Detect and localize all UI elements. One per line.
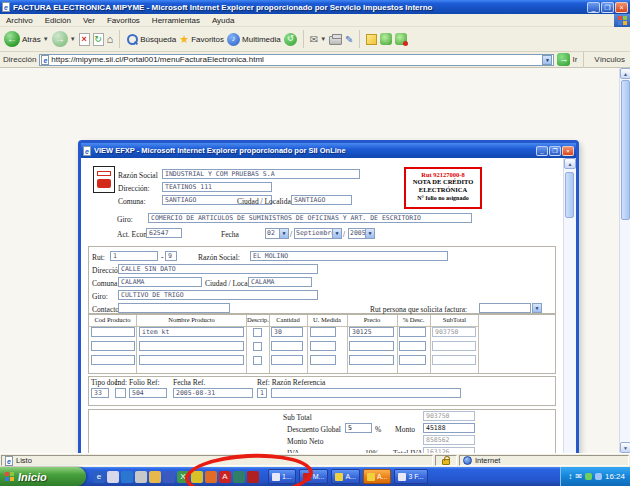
ind-field[interactable] (115, 388, 126, 398)
receptor-rut-field[interactable]: 1 (110, 251, 158, 261)
item-cod-field[interactable] (91, 355, 135, 365)
menu-ver[interactable]: Ver (77, 16, 101, 25)
item-precio-field[interactable] (349, 341, 394, 351)
address-input[interactable]: e https://mipyme.sii.cl/Portal001/menuFa… (39, 54, 554, 66)
fecha-month-select[interactable]: Septiembre ▼ (294, 228, 342, 239)
menu-herramientas[interactable]: Herramientas (146, 16, 206, 25)
messenger-alert-button[interactable] (395, 33, 407, 45)
popup-maximize-button[interactable]: ❐ (549, 146, 561, 156)
scroll-thumb[interactable] (565, 172, 574, 218)
table-grid-line (430, 315, 431, 373)
ref-field[interactable]: 1 (257, 388, 267, 398)
print-button[interactable] (329, 36, 342, 45)
taskbar-window-button[interactable]: A... (363, 469, 392, 484)
start-button[interactable]: Inicio (0, 467, 86, 486)
media-button[interactable]: ♪ Multimedia (227, 33, 281, 46)
item-medida-field[interactable] (310, 327, 336, 337)
item-medida-field[interactable] (310, 341, 336, 351)
item-descrip-checkbox[interactable] (253, 328, 262, 337)
item-descrip-checkbox[interactable] (253, 356, 262, 365)
scroll-thumb[interactable] (621, 80, 630, 220)
item-desc-field[interactable] (399, 327, 426, 337)
emitter-giro-field[interactable]: COMERCIO DE ARTICULOS DE SUMINISTROS DE … (148, 213, 472, 223)
maximize-button[interactable]: ❐ (601, 2, 614, 13)
edit-button[interactable]: ✎ (345, 34, 353, 45)
menu-favoritos[interactable]: Favoritos (101, 16, 146, 25)
rut-solicita-dropdown[interactable]: ▼ (532, 303, 542, 313)
item-cantidad-field[interactable] (271, 341, 303, 351)
quicklaunch-console-icon[interactable] (163, 471, 175, 483)
back-button[interactable]: ← Atrás ▼ (4, 31, 49, 47)
home-button[interactable]: ⌂ (107, 33, 114, 45)
emitter-direccion-field[interactable]: TEATINOS 111 (162, 182, 272, 192)
item-precio-field[interactable]: 30125 (349, 327, 394, 337)
receptor-giro-field[interactable]: CULTIVO DE TRIGO (118, 290, 318, 300)
quicklaunch-notepad-icon[interactable] (135, 471, 147, 483)
item-cod-field[interactable] (91, 341, 135, 351)
safely-remove-icon[interactable]: ↕ (568, 472, 572, 481)
favorites-button[interactable]: ★ Favoritos (179, 33, 224, 46)
contacto-field[interactable] (118, 303, 230, 313)
network-tray-icon[interactable] (595, 473, 602, 480)
descuento-field[interactable]: 5 (345, 423, 372, 433)
fecha-year-select[interactable]: 2005 ▼ (348, 228, 375, 239)
item-nombre-field[interactable] (139, 355, 244, 365)
quicklaunch-folder-icon[interactable] (149, 471, 161, 483)
menu-edicion[interactable]: Edición (39, 16, 77, 25)
receptor-ciudad-field[interactable]: CALAMA (248, 277, 312, 287)
item-desc-field[interactable] (399, 355, 426, 365)
address-dropdown-button[interactable]: ▼ (542, 55, 552, 65)
scroll-down-button[interactable]: ▼ (620, 442, 630, 453)
menu-archivo[interactable]: Archivo (0, 16, 39, 25)
history-button[interactable]: ↺ (284, 33, 297, 46)
receptor-razon-field[interactable]: EL MOLINO (250, 251, 448, 261)
item-cod-field[interactable] (91, 327, 135, 337)
item-nombre-field[interactable] (139, 341, 244, 351)
folio-ref-field[interactable]: 504 (129, 388, 167, 398)
emitter-ciudad-field[interactable]: SANTIAGO (291, 195, 352, 205)
messenger-button[interactable] (380, 33, 392, 45)
receptor-giro-label: Giro: (92, 292, 108, 301)
item-medida-field[interactable] (310, 355, 336, 365)
taskbar-window-button[interactable]: A... (331, 469, 360, 484)
popup-scrollbar[interactable]: ▲ ▼ (563, 158, 576, 486)
receptor-dv-field[interactable]: 9 (165, 251, 177, 261)
go-button[interactable]: → Ir (557, 53, 577, 66)
fecha-ref-field[interactable]: 2005-08-31 (173, 388, 253, 398)
stop-button[interactable]: × (79, 33, 90, 46)
item-nombre-field[interactable]: item kt (139, 327, 244, 337)
refresh-button[interactable]: ↻ (93, 33, 104, 46)
mail-notify-icon[interactable]: ✉ (575, 472, 582, 481)
search-button[interactable]: Búsqueda (126, 33, 176, 45)
forward-button[interactable]: → ▼ (52, 31, 76, 47)
receptor-comuna-field[interactable]: CALAMA (118, 277, 202, 287)
main-scrollbar[interactable]: ▲ ▼ (619, 68, 630, 453)
popup-close-button[interactable]: × (562, 146, 574, 156)
scroll-up-button[interactable]: ▲ (620, 68, 630, 79)
item-cantidad-field[interactable]: 30 (271, 327, 303, 337)
tipo-doc-field[interactable]: 33 (91, 388, 109, 398)
mail-button[interactable]: ✉ ▼ (310, 34, 326, 45)
close-button[interactable]: × (615, 2, 628, 13)
monto-field[interactable]: 45188 (423, 423, 475, 433)
quicklaunch-ie-icon[interactable]: e (93, 471, 105, 483)
item-cantidad-field[interactable] (271, 355, 303, 365)
minimize-button[interactable]: _ (587, 2, 600, 13)
razon-ref-field[interactable] (271, 388, 461, 398)
act-econ-field[interactable]: 62547 (146, 228, 182, 238)
scroll-up-button[interactable]: ▲ (564, 158, 576, 169)
item-desc-field[interactable] (399, 341, 426, 351)
messenger-tray-icon[interactable] (585, 473, 592, 480)
notes-button[interactable] (366, 34, 377, 45)
receptor-direccion-field[interactable]: CALLE SIN DATO (118, 264, 318, 274)
item-precio-field[interactable] (349, 355, 394, 365)
quicklaunch-media-icon[interactable] (121, 471, 133, 483)
taskbar-window-button[interactable]: 3 F... (394, 469, 427, 484)
menu-ayuda[interactable]: Ayuda (206, 16, 241, 25)
popup-minimize-button[interactable]: _ (536, 146, 548, 156)
item-descrip-checkbox[interactable] (253, 342, 262, 351)
emitter-razon-field[interactable]: INDUSTRIAL Y COM PRUEBAS S.A (162, 169, 360, 179)
rut-solicita-field[interactable] (479, 303, 531, 313)
fecha-day-select[interactable]: 02 ▼ (265, 228, 289, 239)
quicklaunch-mail-icon[interactable] (107, 471, 119, 483)
